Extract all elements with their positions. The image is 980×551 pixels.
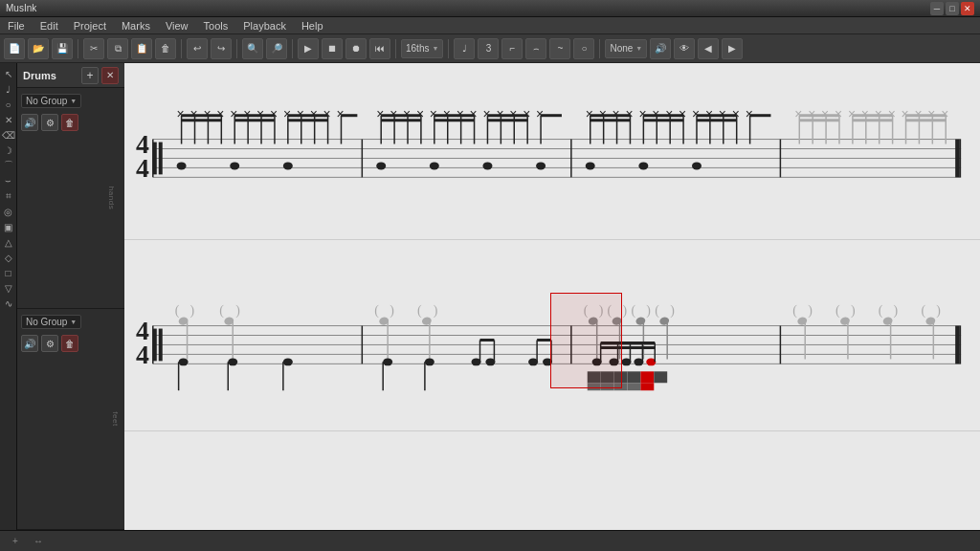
menu-item-playback[interactable]: Playback	[239, 20, 290, 32]
svg-rect-241	[588, 383, 601, 390]
record-button[interactable]: ⏺	[345, 38, 367, 59]
none-dropdown-arrow-icon: ▼	[635, 45, 642, 52]
svg-text:4: 4	[136, 340, 149, 369]
right-button[interactable]: ▶	[722, 38, 743, 59]
score-area[interactable]: 4 4	[124, 63, 980, 530]
svg-rect-238	[627, 371, 640, 383]
tool-4[interactable]: ⌗	[2, 189, 15, 203]
maximize-button[interactable]: □	[946, 2, 959, 15]
tool-circle[interactable]: ○	[2, 98, 15, 111]
tool-wave[interactable]: ∿	[2, 297, 15, 310]
tool-2[interactable]: ⌒	[2, 159, 15, 172]
sep5	[395, 39, 396, 58]
tool-5[interactable]: ◎	[2, 205, 15, 218]
window-controls: ─ □ ✕	[930, 2, 974, 15]
feet-trash-button[interactable]: 🗑	[61, 335, 78, 352]
eye-button[interactable]: 👁	[674, 38, 695, 59]
delete-button[interactable]: 🗑	[155, 38, 176, 59]
tool-cursor[interactable]: ↖	[2, 67, 15, 80]
svg-text:): )	[851, 303, 856, 319]
beam-button[interactable]: ⌐	[501, 38, 523, 59]
redo-button[interactable]: ↪	[211, 38, 232, 59]
ghost-button[interactable]: ○	[573, 38, 594, 59]
menu-item-view[interactable]: View	[162, 20, 192, 32]
delete-track-button[interactable]: ✕	[101, 67, 119, 84]
svg-rect-237	[614, 371, 628, 383]
copy-button[interactable]: ⧉	[107, 38, 128, 59]
note-icon[interactable]: ♩	[454, 38, 475, 59]
tool-cross[interactable]: ✕	[2, 113, 15, 126]
slur-button[interactable]: ⌢	[525, 38, 546, 59]
new-button[interactable]: 📄	[4, 38, 25, 59]
feet-speaker-button[interactable]: 🔊	[21, 335, 38, 352]
add-track-button[interactable]: +	[81, 67, 99, 84]
speaker-toolbar-button[interactable]: 🔊	[650, 38, 671, 59]
tool-triangle[interactable]: ▽	[2, 281, 15, 295]
tool-8[interactable]: ◇	[2, 251, 15, 264]
zoom-out-button[interactable]: 🔎	[266, 38, 287, 59]
menu-item-project[interactable]: Project	[70, 20, 110, 32]
hands-staff-svg: 4 4	[124, 63, 980, 239]
tool-note[interactable]: ♩	[2, 82, 15, 96]
stop-button[interactable]: ⏹	[322, 38, 343, 59]
svg-text:(: (	[835, 303, 840, 319]
svg-rect-239	[640, 371, 654, 383]
svg-text:): )	[646, 303, 651, 319]
menu-item-edit[interactable]: Edit	[36, 20, 62, 32]
menu-item-help[interactable]: Help	[298, 20, 327, 32]
svg-point-84	[482, 162, 492, 169]
svg-text:): )	[808, 303, 813, 319]
feet-controls: 🔊 ⚙ 🗑	[21, 335, 121, 352]
svg-point-73	[430, 162, 439, 169]
hands-speaker-button[interactable]: 🔊	[21, 114, 38, 131]
track-row-feet: No Group ▼ 🔊 ⚙ 🗑 feet	[17, 309, 124, 530]
track-row-hands: No Group ▼ 🔊 ⚙ 🗑 hands	[17, 88, 124, 309]
minimize-button[interactable]: ─	[930, 2, 944, 15]
rewind-button[interactable]: ⏮	[369, 38, 390, 59]
svg-text:(: (	[219, 303, 224, 319]
open-button[interactable]: 📂	[28, 38, 49, 59]
add-staff-button[interactable]: +	[8, 534, 23, 549]
hands-trash-button[interactable]: 🗑	[61, 114, 78, 131]
tool-6[interactable]: ▣	[2, 220, 15, 233]
menubar: FileEditProjectMarksViewToolsPlaybackHel…	[0, 17, 980, 34]
hands-row-label: hands	[106, 187, 115, 209]
close-button[interactable]: ✕	[961, 2, 974, 15]
menu-item-tools[interactable]: Tools	[200, 20, 233, 32]
feet-gear-button[interactable]: ⚙	[41, 335, 58, 352]
hands-staff: 4 4	[124, 63, 980, 240]
menu-item-marks[interactable]: Marks	[118, 20, 154, 32]
tool-3[interactable]: ⌣	[2, 174, 15, 187]
svg-text:(: (	[921, 303, 925, 319]
play-button[interactable]: ▶	[298, 38, 319, 59]
scroll-button[interactable]: ↔	[31, 534, 46, 549]
paste-button[interactable]: 📋	[131, 38, 152, 59]
svg-text:): )	[894, 303, 899, 319]
cut-button[interactable]: ✂	[83, 38, 104, 59]
svg-point-62	[376, 162, 386, 169]
tool-eraser[interactable]: ⌫	[2, 128, 15, 142]
save-button[interactable]: 💾	[52, 38, 73, 59]
svg-text:(: (	[608, 303, 612, 319]
tuplet-button[interactable]: 3	[478, 38, 499, 59]
tie-button[interactable]: ~	[549, 38, 570, 59]
svg-rect-244	[627, 383, 640, 390]
none-dropdown[interactable]: None ▼	[605, 39, 647, 58]
svg-text:(: (	[879, 303, 883, 319]
svg-text:): )	[434, 303, 438, 319]
zoom-in-button[interactable]: 🔍	[242, 38, 263, 59]
svg-text:): )	[390, 303, 394, 319]
menu-item-file[interactable]: File	[4, 20, 29, 32]
undo-button[interactable]: ↩	[187, 38, 208, 59]
svg-point-193	[383, 358, 392, 365]
tool-7[interactable]: △	[2, 235, 15, 249]
hands-gear-button[interactable]: ⚙	[41, 114, 58, 131]
left-button[interactable]: ◀	[698, 38, 719, 59]
note-value-dropdown[interactable]: 16ths ▼	[401, 39, 443, 58]
tool-1[interactable]: ☽	[2, 143, 15, 157]
svg-text:(: (	[631, 303, 635, 319]
hands-group-selector[interactable]: No Group ▼	[21, 94, 81, 108]
tool-rectangle[interactable]: □	[2, 266, 15, 279]
feet-group-label: No Group	[26, 317, 67, 327]
feet-group-selector[interactable]: No Group ▼	[21, 315, 81, 329]
